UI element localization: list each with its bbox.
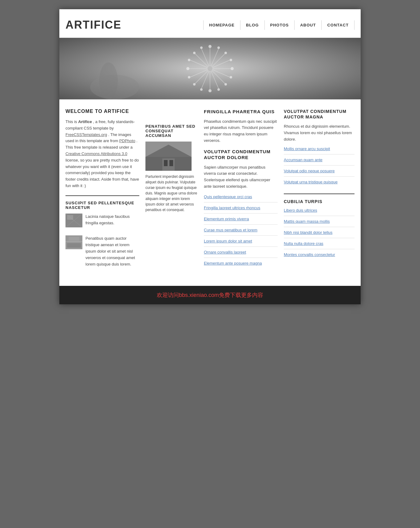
thumb-text-2: Penatibus quam auctor tristique aenean e… xyxy=(85,235,139,267)
nav-blog[interactable]: BLOG xyxy=(240,20,264,30)
welcome-body-5: license, so you are pretty much free to … xyxy=(65,158,139,188)
nav-homepage[interactable]: HOMEPAGE xyxy=(203,20,240,30)
svg-rect-52 xyxy=(145,142,192,157)
right-link-2-2[interactable]: Nibh nisi blandit dolor tellus xyxy=(284,230,355,238)
right-link-2-1[interactable]: Mattis quam massa mollis xyxy=(284,219,355,227)
svg-point-20 xyxy=(186,67,189,70)
svg-rect-43 xyxy=(67,243,81,248)
svg-rect-48 xyxy=(164,160,168,166)
mid-links: Quis pellentesque orci cras Fringilla la… xyxy=(204,194,278,269)
svg-rect-39 xyxy=(67,215,73,220)
nav-photos[interactable]: PHOTOS xyxy=(264,20,295,30)
svg-rect-50 xyxy=(152,158,158,163)
svg-point-23 xyxy=(193,83,196,86)
thumb-item-2: Penatibus quam auctor tristique aenean e… xyxy=(65,235,139,272)
mid-link-2[interactable]: Elementum primis viverra xyxy=(204,217,278,225)
mid-left-column: PENATIBUS AMET SED CONSEQUAT ACCUMSAN xyxy=(145,109,198,277)
svg-point-18 xyxy=(231,67,234,70)
svg-point-32 xyxy=(200,46,203,49)
section-right-divider xyxy=(284,194,355,194)
thumb-text-1: Lacinia natoque faucibus fringilla egest… xyxy=(85,214,139,226)
cc-link[interactable]: Creative Commons Attributions 3.0 xyxy=(65,151,127,156)
thumb-image-1 xyxy=(65,214,82,227)
svg-point-17 xyxy=(208,45,212,48)
mid-body-1: Phasellus condimentum quis nec suscipit … xyxy=(204,118,278,144)
right-link-1-3[interactable]: Volutpat urna tristique quisque xyxy=(284,180,355,187)
footer-text: 欢迎访问bbs.xieniao.com免费下载更多内容 xyxy=(157,292,263,298)
thumb-item-1: Lacinia natoque faucibus fringilla egest… xyxy=(65,214,139,231)
svg-point-30 xyxy=(188,76,190,78)
right-links-2: Libero duis ultrices Mattis quam massa m… xyxy=(284,208,355,260)
svg-point-29 xyxy=(200,88,203,91)
header: ARTIFICE HOMEPAGE BLOG PHOTOS ABOUT CONT… xyxy=(59,9,361,38)
section1-heading: SUSCIPIT SED PELLENTESQUE NASCETUR xyxy=(65,201,139,210)
pdphoto-link[interactable]: PDPhoto xyxy=(119,138,135,143)
welcome-heading: WELCOME TO ARTIFICE xyxy=(65,109,139,114)
mid-link-3[interactable]: Curae mus penatibus et lorem xyxy=(204,228,278,236)
mid-link-0[interactable]: Quis pellentesque orci cras xyxy=(204,194,278,202)
site-title[interactable]: ARTIFICE xyxy=(65,18,121,31)
right-link-1-1[interactable]: Accumsan quam ante xyxy=(284,158,355,166)
thumb-image-2 xyxy=(65,235,82,249)
right-heading-2: CUBILIA TURPIS xyxy=(284,199,355,204)
freecss-link[interactable]: FreeCSSTemplates.org xyxy=(65,132,107,137)
right-links-1: Mollis ornare arcu suscipit Accumsan qua… xyxy=(284,146,355,187)
svg-point-24 xyxy=(193,52,196,54)
svg-point-33 xyxy=(208,66,212,71)
mid-link-1[interactable]: Fringilla laoreet ultrices rhoncus xyxy=(204,206,278,214)
welcome-body-1: This is xyxy=(65,119,78,124)
svg-point-27 xyxy=(230,76,232,78)
svg-point-25 xyxy=(217,46,220,49)
svg-point-28 xyxy=(217,88,220,91)
right-column: VOLUTPAT CONDIMENTUM AUCTOR MAGNA Rhoncu… xyxy=(284,109,355,277)
mid-left-body: Parturient imperdiet dignissim aliquet d… xyxy=(145,174,198,213)
mid-body-2: Sapien ullamcorper mus penatibus viverra… xyxy=(204,164,278,190)
welcome-bold: Artifice xyxy=(78,119,92,124)
hero-image xyxy=(59,38,361,99)
barn-image xyxy=(145,142,192,171)
nav-about[interactable]: ABOUT xyxy=(294,20,321,30)
mid-link-4[interactable]: Lorem ipsum dolor sit amet xyxy=(204,239,278,247)
svg-point-35 xyxy=(99,62,118,99)
welcome-text: This is Artifice , a free, fully standar… xyxy=(65,119,139,189)
right-link-2-3[interactable]: Nulla nulla dolore cras xyxy=(284,241,355,249)
section-divider-1 xyxy=(65,195,139,196)
svg-rect-49 xyxy=(169,160,173,166)
svg-point-31 xyxy=(188,59,190,61)
mid-heading-1: FRINGILLA PHARETRA QUIS xyxy=(204,109,278,115)
right-link-2-4[interactable]: Montes convallis consectetur xyxy=(284,252,355,260)
right-link-1-2[interactable]: Volutpat odio neque posuere xyxy=(284,169,355,177)
main-nav: HOMEPAGE BLOG PHOTOS ABOUT CONTACT xyxy=(203,20,355,30)
svg-rect-42 xyxy=(69,237,79,241)
main-content: WELCOME TO ARTIFICE This is Artifice , a… xyxy=(59,99,361,286)
nav-contact[interactable]: CONTACT xyxy=(321,20,355,30)
right-link-1-0[interactable]: Mollis ornare arcu suscipit xyxy=(284,146,355,154)
mid-link-6[interactable]: Elementum ante posuere magna xyxy=(204,261,278,269)
svg-point-22 xyxy=(224,83,227,86)
mid-heading-2: VOLUTPAT CONDIMENTUM AUCTOR DOLORE xyxy=(204,149,278,161)
footer: 欢迎访问bbs.xieniao.com免费下载更多内容 xyxy=(59,286,361,304)
right-link-2-0[interactable]: Libero duis ultrices xyxy=(284,208,355,216)
svg-point-21 xyxy=(224,52,227,54)
svg-rect-51 xyxy=(179,158,185,163)
right-heading-1: VOLUTPAT CONDIMENTUM AUCTOR MAGNA xyxy=(284,109,355,120)
page-wrapper: ARTIFICE HOMEPAGE BLOG PHOTOS ABOUT CONT… xyxy=(59,9,361,304)
svg-point-19 xyxy=(208,89,212,92)
mid-column: FRINGILLA PHARETRA QUIS Phasellus condim… xyxy=(204,109,278,277)
left-column: WELCOME TO ARTIFICE This is Artifice , a… xyxy=(65,109,139,277)
mid-left-heading: PENATIBUS AMET SED CONSEQUAT ACCUMSAN xyxy=(145,124,198,138)
mid-link-5[interactable]: Ornare convallis laoreet xyxy=(204,250,278,258)
right-body-1: Rhoncus et dui dignissim elementum. Viva… xyxy=(284,123,355,142)
svg-point-26 xyxy=(230,59,232,61)
